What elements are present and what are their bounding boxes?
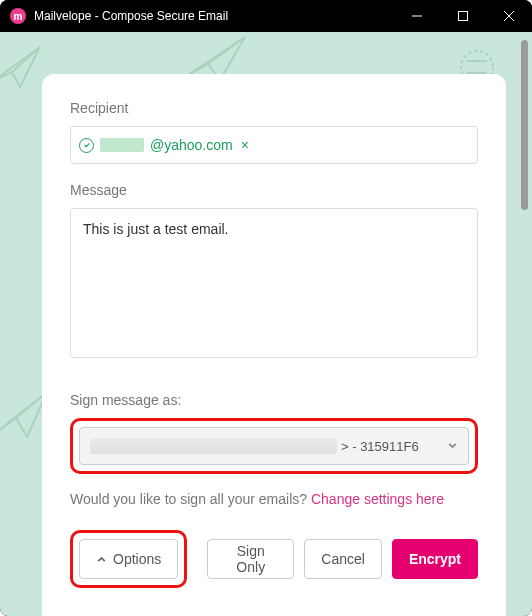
sign-select-highlight: > - 315911F6 (70, 418, 478, 474)
options-button[interactable]: Options (79, 539, 178, 579)
sign-key-redacted (90, 438, 337, 454)
compose-card: Recipient @yahoo.com × Message Sign mess… (42, 74, 506, 616)
options-button-label: Options (113, 551, 161, 567)
svg-rect-1 (459, 12, 468, 21)
chevron-down-icon (447, 439, 458, 454)
cancel-button[interactable]: Cancel (304, 539, 382, 579)
verified-icon (79, 138, 94, 153)
recipient-input[interactable]: @yahoo.com × (70, 126, 478, 164)
options-highlight: Options (70, 530, 187, 588)
recipient-domain: @yahoo.com (150, 137, 233, 153)
scrollbar-thumb[interactable] (521, 40, 528, 210)
scrollbar[interactable] (521, 40, 528, 608)
sign-label: Sign message as: (70, 392, 478, 408)
recipient-redacted (100, 138, 144, 152)
app-window: m Mailvelope - Compose Secure Email Reci… (0, 0, 532, 616)
sign-hint-text: Would you like to sign all your emails? (70, 491, 311, 507)
app-icon: m (10, 8, 26, 24)
remove-recipient-button[interactable]: × (241, 137, 249, 153)
change-settings-link[interactable]: Change settings here (311, 491, 444, 507)
sign-hint: Would you like to sign all your emails? … (70, 488, 478, 510)
window-title: Mailvelope - Compose Secure Email (34, 9, 394, 23)
recipient-label: Recipient (70, 100, 478, 116)
window-body: Recipient @yahoo.com × Message Sign mess… (0, 32, 532, 616)
sign-only-button[interactable]: Sign Only (207, 539, 294, 579)
encrypt-button[interactable]: Encrypt (392, 539, 478, 579)
chevron-up-icon (96, 554, 107, 565)
window-controls (394, 0, 532, 32)
button-row: Options Sign Only Cancel Encrypt (70, 530, 478, 588)
message-textarea[interactable] (70, 208, 478, 358)
recipient-chip[interactable]: @yahoo.com × (79, 137, 249, 153)
message-label: Message (70, 182, 478, 198)
titlebar: m Mailvelope - Compose Secure Email (0, 0, 532, 32)
close-button[interactable] (486, 0, 532, 32)
minimize-icon (412, 11, 422, 21)
maximize-button[interactable] (440, 0, 486, 32)
minimize-button[interactable] (394, 0, 440, 32)
maximize-icon (458, 11, 468, 21)
sign-key-suffix: > - 315911F6 (341, 439, 419, 454)
close-icon (504, 11, 514, 21)
sign-key-select[interactable]: > - 315911F6 (79, 427, 469, 465)
